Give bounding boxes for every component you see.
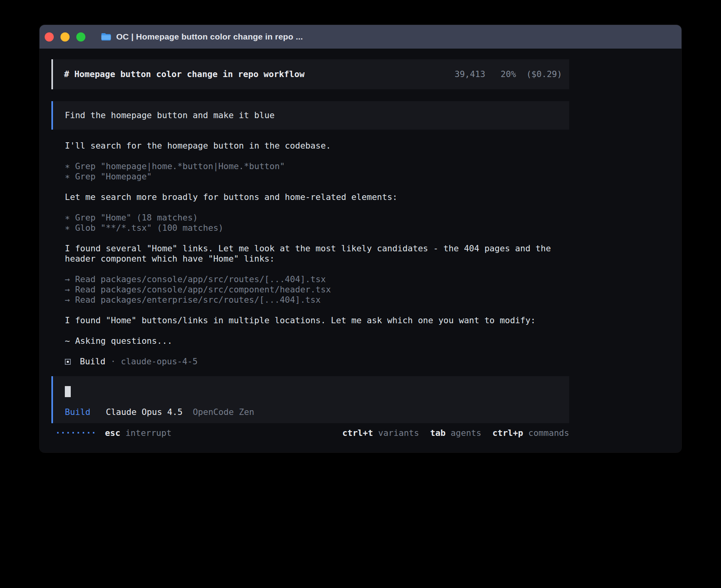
agent-icon — [65, 359, 71, 365]
status-bar: ········ esc interrupt ctrl+t variants t… — [51, 428, 569, 438]
tool-call-group: → Read packages/console/app/src/routes/[… — [65, 274, 569, 305]
minimize-button[interactable] — [60, 32, 70, 41]
ctrl-t-key-hint: ctrl+t — [342, 428, 373, 438]
tool-call-line: → Read packages/console/app/src/componen… — [65, 285, 569, 295]
zoom-button[interactable] — [76, 32, 85, 41]
agent-model-name: claude-opus-4-5 — [121, 356, 198, 367]
status-left: ········ esc interrupt — [51, 428, 172, 438]
assistant-text-line: Let me search more broadly for buttons a… — [65, 192, 569, 202]
agent-mode-label: Build — [65, 407, 91, 417]
conversation: I'll search for the homepage button in t… — [51, 141, 569, 367]
tool-call-line: → Read packages/enterprise/src/routes/[.… — [65, 295, 569, 305]
ctrl-p-key-hint: ctrl+p — [493, 428, 523, 438]
hint-label: variants — [378, 428, 419, 438]
window-titlebar[interactable]: OC | Homepage button color change in rep… — [40, 25, 681, 49]
assistant-status-line: ~ Asking questions... — [65, 336, 569, 346]
assistant-paragraph: I'll search for the homepage button in t… — [65, 141, 569, 151]
terminal-window: OC | Homepage button color change in rep… — [40, 25, 681, 452]
tool-call-group: ∗ Grep "Home" (18 matches) ∗ Glob "**/*.… — [65, 213, 569, 233]
hint-interrupt: esc interrupt — [105, 428, 172, 438]
session-title: # Homepage button color change in repo w… — [64, 69, 304, 79]
user-message: Find the homepage button and make it blu… — [51, 101, 569, 130]
tool-call-line: → Read packages/console/app/src/routes/[… — [65, 274, 569, 285]
assistant-paragraph: I found "Home" buttons/links in multiple… — [65, 315, 569, 326]
token-count: 39,413 — [455, 69, 485, 79]
window-title: OC | Homepage button color change in rep… — [116, 32, 303, 41]
tab-key-hint: tab — [430, 428, 445, 438]
assistant-paragraph: I found several "Home" links. Let me loo… — [65, 243, 569, 264]
tool-call-line: ∗ Grep "Homepage" — [65, 172, 569, 182]
progress-dots: ········ — [55, 428, 96, 438]
tool-call-line: ∗ Grep "homepage|home.*button|Home.*butt… — [65, 161, 569, 172]
session-cost: ($0.29) — [526, 69, 562, 79]
user-message-text: Find the homepage button and make it blu… — [65, 110, 275, 120]
hint-agents: tab agents — [430, 428, 481, 438]
hint-label: interrupt — [125, 428, 172, 438]
status-right: ctrl+t variants tab agents ctrl+p comman… — [342, 428, 569, 438]
agent-status: Build · claude-opus-4-5 — [65, 356, 569, 367]
assistant-paragraph: Let me search more broadly for buttons a… — [65, 192, 569, 202]
text-cursor — [65, 386, 71, 397]
provider-name: OpenCode Zen — [193, 407, 254, 417]
hint-variants: ctrl+t variants — [342, 428, 419, 438]
tui-content: # Homepage button color change in repo w… — [40, 49, 681, 438]
hint-commands: ctrl+p commands — [493, 428, 569, 438]
hint-label: agents — [451, 428, 481, 438]
hint-label: commands — [528, 428, 569, 438]
tool-call-line: ∗ Grep "Home" (18 matches) — [65, 213, 569, 223]
tool-call-group: ∗ Grep "homepage|home.*button|Home.*butt… — [65, 161, 569, 182]
close-button[interactable] — [45, 32, 54, 41]
context-percent: 20% — [501, 69, 516, 79]
separator-dot: · — [111, 356, 116, 367]
prompt-input[interactable]: Build Claude Opus 4.5 OpenCode Zen — [51, 376, 569, 423]
esc-key-hint: esc — [105, 428, 121, 438]
assistant-paragraph: ~ Asking questions... — [65, 336, 569, 346]
desktop: OC | Homepage button color change in rep… — [0, 0, 721, 588]
assistant-text-line: I found several "Home" links. Let me loo… — [65, 243, 569, 264]
agent-name: Build — [80, 356, 106, 367]
assistant-text-line: I found "Home" buttons/links in multiple… — [65, 315, 569, 326]
session-header: # Homepage button color change in repo w… — [51, 59, 569, 89]
tool-call-line: ∗ Glob "**/*.tsx" (100 matches) — [65, 223, 569, 233]
model-line: Build Claude Opus 4.5 OpenCode Zen — [65, 407, 562, 417]
session-stats: 39,413 20% ($0.29) — [455, 69, 562, 79]
model-name: Claude Opus 4.5 — [106, 407, 183, 417]
assistant-text-line: I'll search for the homepage button in t… — [65, 141, 569, 151]
folder-icon — [101, 33, 111, 41]
